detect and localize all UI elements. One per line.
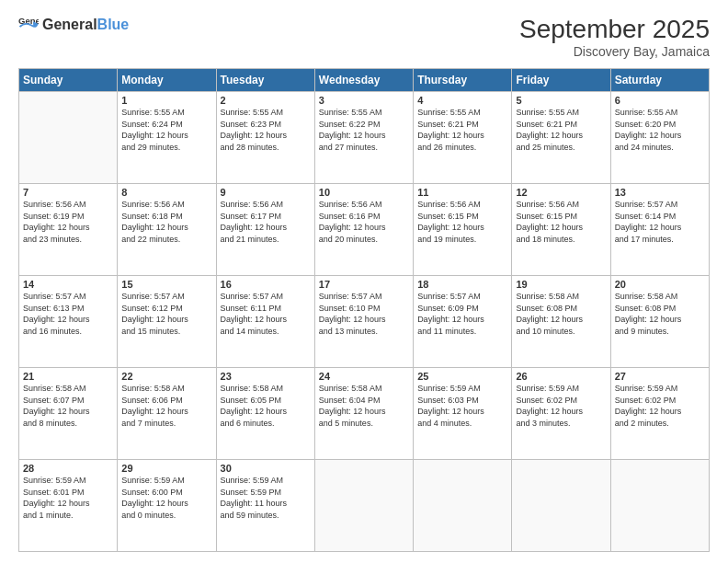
header-thursday: Thursday: [414, 69, 512, 92]
day-info: Sunrise: 5:58 AM Sunset: 6:06 PM Dayligh…: [121, 383, 211, 429]
table-row: 4Sunrise: 5:55 AM Sunset: 6:21 PM Daylig…: [414, 92, 512, 184]
day-number: 6: [615, 95, 705, 106]
table-row: 15Sunrise: 5:57 AM Sunset: 6:12 PM Dayli…: [118, 276, 216, 368]
day-info: Sunrise: 5:55 AM Sunset: 6:23 PM Dayligh…: [221, 107, 311, 153]
header-monday: Monday: [118, 69, 216, 92]
day-number: 1: [121, 95, 211, 106]
logo: General GeneralBlue: [18, 15, 129, 35]
day-info: Sunrise: 5:58 AM Sunset: 6:08 PM Dayligh…: [615, 291, 705, 337]
day-number: 11: [417, 187, 507, 198]
table-row: 2Sunrise: 5:55 AM Sunset: 6:23 PM Daylig…: [216, 92, 314, 184]
day-info: Sunrise: 5:55 AM Sunset: 6:20 PM Dayligh…: [615, 107, 705, 153]
day-number: 24: [319, 371, 409, 382]
table-row: 24Sunrise: 5:58 AM Sunset: 6:04 PM Dayli…: [314, 368, 413, 460]
table-row: [414, 460, 512, 552]
day-number: 4: [417, 95, 507, 106]
day-number: 27: [615, 371, 705, 382]
day-number: 30: [221, 463, 311, 474]
calendar-week-row: 7Sunrise: 5:56 AM Sunset: 6:19 PM Daylig…: [19, 184, 710, 276]
day-number: 25: [417, 371, 507, 382]
table-row: [610, 460, 709, 552]
day-number: 29: [121, 463, 211, 474]
day-number: 19: [516, 279, 606, 290]
table-row: 20Sunrise: 5:58 AM Sunset: 6:08 PM Dayli…: [610, 276, 709, 368]
day-info: Sunrise: 5:58 AM Sunset: 6:04 PM Dayligh…: [319, 383, 409, 429]
table-row: 8Sunrise: 5:56 AM Sunset: 6:18 PM Daylig…: [118, 184, 216, 276]
calendar-week-row: 21Sunrise: 5:58 AM Sunset: 6:07 PM Dayli…: [19, 368, 710, 460]
day-info: Sunrise: 5:57 AM Sunset: 6:10 PM Dayligh…: [319, 291, 409, 337]
header-friday: Friday: [512, 69, 610, 92]
table-row: 7Sunrise: 5:56 AM Sunset: 6:19 PM Daylig…: [19, 184, 118, 276]
header-wednesday: Wednesday: [314, 69, 413, 92]
day-info: Sunrise: 5:58 AM Sunset: 6:08 PM Dayligh…: [516, 291, 606, 337]
table-row: 11Sunrise: 5:56 AM Sunset: 6:15 PM Dayli…: [414, 184, 512, 276]
day-number: 15: [121, 279, 211, 290]
day-info: Sunrise: 5:59 AM Sunset: 6:02 PM Dayligh…: [615, 383, 705, 429]
day-number: 10: [319, 187, 409, 198]
day-number: 14: [23, 279, 113, 290]
table-row: [512, 460, 610, 552]
month-title: September 2025: [519, 15, 710, 44]
day-number: 9: [221, 187, 311, 198]
table-row: 5Sunrise: 5:55 AM Sunset: 6:21 PM Daylig…: [512, 92, 610, 184]
table-row: 13Sunrise: 5:57 AM Sunset: 6:14 PM Dayli…: [610, 184, 709, 276]
day-info: Sunrise: 5:59 AM Sunset: 6:01 PM Dayligh…: [23, 475, 113, 521]
logo-general: GeneralBlue: [42, 17, 129, 33]
day-number: 16: [221, 279, 311, 290]
location-subtitle: Discovery Bay, Jamaica: [519, 44, 710, 59]
day-info: Sunrise: 5:58 AM Sunset: 6:05 PM Dayligh…: [221, 383, 311, 429]
day-info: Sunrise: 5:59 AM Sunset: 6:02 PM Dayligh…: [516, 383, 606, 429]
day-number: 23: [221, 371, 311, 382]
day-info: Sunrise: 5:57 AM Sunset: 6:11 PM Dayligh…: [221, 291, 311, 337]
header-tuesday: Tuesday: [216, 69, 314, 92]
day-number: 22: [121, 371, 211, 382]
day-number: 26: [516, 371, 606, 382]
day-info: Sunrise: 5:59 AM Sunset: 6:03 PM Dayligh…: [417, 383, 507, 429]
table-row: 27Sunrise: 5:59 AM Sunset: 6:02 PM Dayli…: [610, 368, 709, 460]
day-info: Sunrise: 5:57 AM Sunset: 6:09 PM Dayligh…: [417, 291, 507, 337]
table-row: 6Sunrise: 5:55 AM Sunset: 6:20 PM Daylig…: [610, 92, 709, 184]
day-info: Sunrise: 5:55 AM Sunset: 6:22 PM Dayligh…: [319, 107, 409, 153]
day-info: Sunrise: 5:57 AM Sunset: 6:12 PM Dayligh…: [121, 291, 211, 337]
header: General GeneralBlue September 2025 Disco…: [18, 15, 710, 59]
day-number: 17: [319, 279, 409, 290]
day-info: Sunrise: 5:56 AM Sunset: 6:15 PM Dayligh…: [417, 199, 507, 245]
day-number: 8: [121, 187, 211, 198]
day-info: Sunrise: 5:58 AM Sunset: 6:07 PM Dayligh…: [23, 383, 113, 429]
day-number: 18: [417, 279, 507, 290]
day-number: 2: [221, 95, 311, 106]
day-info: Sunrise: 5:56 AM Sunset: 6:16 PM Dayligh…: [319, 199, 409, 245]
day-number: 5: [516, 95, 606, 106]
table-row: [19, 92, 118, 184]
table-row: 17Sunrise: 5:57 AM Sunset: 6:10 PM Dayli…: [314, 276, 413, 368]
table-row: 22Sunrise: 5:58 AM Sunset: 6:06 PM Dayli…: [118, 368, 216, 460]
day-info: Sunrise: 5:59 AM Sunset: 6:00 PM Dayligh…: [121, 475, 211, 521]
table-row: 26Sunrise: 5:59 AM Sunset: 6:02 PM Dayli…: [512, 368, 610, 460]
day-info: Sunrise: 5:55 AM Sunset: 6:24 PM Dayligh…: [121, 107, 211, 153]
day-info: Sunrise: 5:56 AM Sunset: 6:17 PM Dayligh…: [221, 199, 311, 245]
table-row: 28Sunrise: 5:59 AM Sunset: 6:01 PM Dayli…: [19, 460, 118, 552]
day-number: 28: [23, 463, 113, 474]
header-saturday: Saturday: [610, 69, 709, 92]
day-info: Sunrise: 5:56 AM Sunset: 6:18 PM Dayligh…: [121, 199, 211, 245]
day-number: 7: [23, 187, 113, 198]
table-row: 12Sunrise: 5:56 AM Sunset: 6:15 PM Dayli…: [512, 184, 610, 276]
day-info: Sunrise: 5:59 AM Sunset: 5:59 PM Dayligh…: [221, 475, 311, 521]
title-area: September 2025 Discovery Bay, Jamaica: [519, 15, 710, 59]
day-number: 3: [319, 95, 409, 106]
table-row: 16Sunrise: 5:57 AM Sunset: 6:11 PM Dayli…: [216, 276, 314, 368]
day-info: Sunrise: 5:56 AM Sunset: 6:19 PM Dayligh…: [23, 199, 113, 245]
table-row: 30Sunrise: 5:59 AM Sunset: 5:59 PM Dayli…: [216, 460, 314, 552]
table-row: [314, 460, 413, 552]
day-info: Sunrise: 5:55 AM Sunset: 6:21 PM Dayligh…: [417, 107, 507, 153]
table-row: 25Sunrise: 5:59 AM Sunset: 6:03 PM Dayli…: [414, 368, 512, 460]
table-row: 29Sunrise: 5:59 AM Sunset: 6:00 PM Dayli…: [118, 460, 216, 552]
day-number: 20: [615, 279, 705, 290]
calendar-table: Sunday Monday Tuesday Wednesday Thursday…: [18, 68, 710, 552]
table-row: 10Sunrise: 5:56 AM Sunset: 6:16 PM Dayli…: [314, 184, 413, 276]
logo-icon: General: [18, 15, 39, 35]
calendar-week-row: 1Sunrise: 5:55 AM Sunset: 6:24 PM Daylig…: [19, 92, 710, 184]
page: General GeneralBlue September 2025 Disco…: [0, 0, 728, 563]
calendar-week-row: 14Sunrise: 5:57 AM Sunset: 6:13 PM Dayli…: [19, 276, 710, 368]
table-row: 1Sunrise: 5:55 AM Sunset: 6:24 PM Daylig…: [118, 92, 216, 184]
